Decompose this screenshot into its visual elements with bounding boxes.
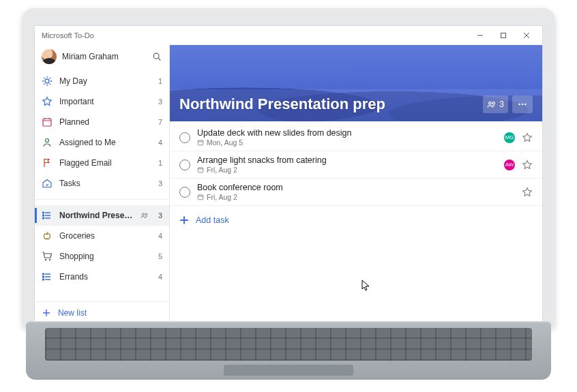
window-maximize-button[interactable] — [492, 26, 515, 45]
sidebar-item-my-day[interactable]: My Day 1 — [35, 71, 169, 91]
sidebar-item-count: 4 — [156, 138, 162, 147]
search-icon[interactable] — [151, 51, 162, 62]
star-toggle[interactable] — [522, 160, 533, 170]
laptop-frame: Microsoft To-Do Miriam Graham — [0, 0, 577, 392]
window-title: Microsoft To-Do — [42, 31, 469, 40]
svg-point-17 — [518, 104, 520, 105]
svg-point-7 — [43, 217, 44, 219]
list-title[interactable]: Northwind Presentation prep — [179, 95, 483, 113]
share-button[interactable]: 3 — [483, 95, 508, 113]
banner-actions: 3 — [483, 95, 533, 113]
complete-toggle[interactable] — [179, 132, 190, 143]
task-due: Fri, Aug 2 — [207, 193, 237, 201]
sidebar-item-count: 3 — [156, 97, 162, 106]
user-name: Miriam Graham — [62, 52, 146, 61]
sidebar-item-count: 7 — [156, 118, 162, 126]
sidebar-item-label: Errands — [59, 272, 149, 282]
star-toggle[interactable] — [522, 187, 533, 198]
task-row[interactable]: Book conference room Fri, Aug 2 — [170, 179, 542, 206]
task-row[interactable]: Update deck with new slides from design … — [170, 124, 542, 151]
sidebar-divider — [35, 199, 169, 200]
app-body: Miriam Graham My Day 1 — [35, 45, 542, 323]
plus-icon — [179, 215, 189, 225]
app-window: Microsoft To-Do Miriam Graham — [34, 25, 543, 324]
svg-rect-21 — [198, 168, 203, 172]
svg-point-1 — [153, 53, 159, 59]
svg-point-12 — [43, 273, 44, 275]
sidebar-list-northwind[interactable]: Northwind Presentation… 3 — [35, 205, 169, 226]
more-options-button[interactable] — [512, 95, 533, 113]
task-body: Book conference room Fri, Aug 2 — [197, 183, 515, 201]
svg-point-6 — [43, 215, 44, 216]
main-pane: Northwind Presentation prep 3 — [170, 45, 542, 323]
svg-rect-3 — [43, 119, 51, 126]
svg-point-10 — [45, 259, 46, 260]
account-row[interactable]: Miriam Graham — [35, 45, 169, 68]
calendar-icon — [197, 166, 204, 173]
task-title: Book conference room — [197, 183, 515, 192]
task-due: Mon, Aug 5 — [207, 138, 243, 147]
sidebar-item-important[interactable]: Important 3 — [35, 91, 169, 112]
task-due: Fri, Aug 2 — [207, 166, 237, 174]
people-icon — [140, 211, 149, 220]
complete-toggle[interactable] — [179, 187, 190, 198]
svg-point-19 — [524, 104, 526, 105]
star-icon — [42, 96, 53, 107]
assignee-badge[interactable]: AW — [504, 160, 515, 170]
share-count: 3 — [499, 100, 504, 109]
task-body: Arrange light snacks from catering Fri, … — [197, 155, 497, 174]
sidebar-item-label: Assigned to Me — [59, 138, 149, 147]
svg-rect-0 — [501, 33, 506, 38]
sidebar-item-count: 4 — [156, 232, 162, 240]
sidebar-item-count: 3 — [156, 211, 162, 220]
sidebar-list-shopping[interactable]: Shopping 5 — [35, 246, 169, 267]
list-icon — [42, 210, 53, 221]
svg-point-4 — [46, 139, 49, 142]
sidebar-item-assigned[interactable]: Assigned to Me 4 — [35, 132, 169, 153]
sidebar-item-flagged[interactable]: Flagged Email 1 — [35, 153, 169, 173]
list-icon — [42, 271, 53, 282]
calendar-icon — [197, 194, 204, 200]
svg-point-2 — [45, 79, 49, 83]
sidebar-item-count: 3 — [156, 179, 162, 187]
window-minimize-button[interactable] — [469, 26, 492, 45]
svg-point-14 — [43, 279, 44, 280]
star-toggle[interactable] — [522, 132, 533, 143]
laptop-keyboard — [26, 321, 551, 380]
add-task-button[interactable]: Add task — [170, 209, 542, 232]
person-icon — [42, 137, 53, 148]
window-close-button[interactable] — [515, 26, 538, 45]
task-meta: Fri, Aug 2 — [197, 166, 497, 174]
sidebar-item-count: 1 — [156, 77, 162, 85]
new-list-button[interactable]: New list — [35, 301, 169, 323]
task-title: Arrange light snacks from catering — [197, 155, 497, 165]
avatar — [42, 49, 57, 64]
produce-icon — [42, 230, 53, 241]
svg-point-18 — [522, 104, 523, 105]
sidebar-item-count: 1 — [156, 159, 162, 167]
sidebar-list-errands[interactable]: Errands 4 — [35, 267, 169, 287]
task-row[interactable]: Arrange light snacks from catering Fri, … — [170, 151, 542, 179]
sidebar-item-planned[interactable]: Planned 7 — [35, 112, 169, 132]
sun-icon — [42, 76, 53, 87]
assignee-badge[interactable]: MG — [504, 132, 515, 143]
sidebar-item-label: Tasks — [59, 179, 149, 188]
complete-toggle[interactable] — [179, 160, 190, 170]
sidebar-item-label: Shopping — [59, 252, 149, 261]
task-title: Update deck with new slides from design — [197, 128, 497, 138]
sidebar-item-label: Northwind Presentation… — [59, 211, 134, 220]
flag-icon — [42, 157, 53, 168]
svg-point-13 — [43, 276, 44, 277]
window-titlebar: Microsoft To-Do — [35, 26, 542, 45]
calendar-icon — [197, 139, 204, 146]
sidebar-item-count: 5 — [156, 252, 162, 260]
custom-lists: Northwind Presentation… 3 Groceries 4 — [35, 202, 169, 290]
task-body: Update deck with new slides from design … — [197, 128, 497, 147]
sidebar-list-groceries[interactable]: Groceries 4 — [35, 226, 169, 246]
calendar-icon — [42, 117, 53, 127]
svg-point-11 — [49, 259, 50, 260]
sidebar-item-label: Groceries — [59, 231, 149, 241]
cart-icon — [42, 251, 53, 262]
sidebar-item-tasks[interactable]: Tasks 3 — [35, 173, 169, 194]
task-list: Update deck with new slides from design … — [170, 121, 542, 209]
